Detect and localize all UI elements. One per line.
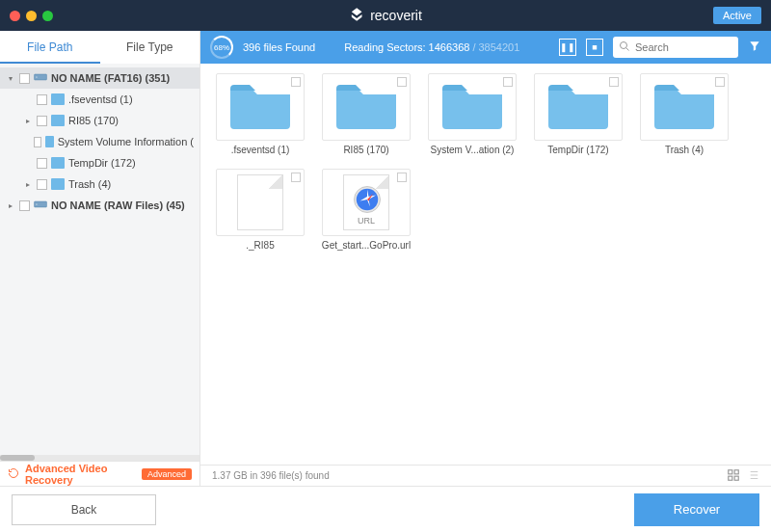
sectors-counter: Reading Sectors: 1466368 / 3854201 [344,41,519,53]
folder-icon [51,178,65,190]
checkbox[interactable] [19,73,30,84]
grid-item-folder[interactable]: Trash (4) [638,73,731,155]
svg-rect-9 [729,476,732,480]
checkbox[interactable] [609,77,619,87]
tree-item[interactable]: .fseventsd (1) [0,89,199,110]
checkbox[interactable] [37,116,47,126]
sectors-total: 3854201 [479,41,520,53]
tree-item[interactable]: ▸ NO NAME (RAW Files) (45) [0,195,199,216]
stop-button[interactable]: ■ [586,39,603,56]
chevron-right-icon[interactable]: ▸ [23,117,33,125]
tree-item[interactable]: System Volume Information ( [0,131,199,152]
folder-icon [51,157,65,169]
checkbox[interactable] [291,173,301,182]
svg-rect-7 [729,469,732,473]
svg-point-3 [36,203,37,204]
checkbox[interactable] [37,158,47,169]
pause-button[interactable]: ❚❚ [559,39,576,56]
brand: recoverit [349,7,422,25]
checkbox[interactable] [715,77,725,87]
svg-rect-10 [734,476,738,480]
content: 68% 396 files Found Reading Sectors: 146… [200,31,771,486]
sectors-label: Reading Sectors: [344,41,425,53]
brand-logo-icon [349,7,364,25]
checkbox[interactable] [19,200,30,211]
folder-icon [546,81,610,133]
tree-item-label: Trash (4) [68,178,111,190]
checkbox[interactable] [37,94,47,105]
svg-point-4 [621,42,627,49]
status-text: 1.37 GB in 396 file(s) found [212,470,330,481]
pause-icon: ❚❚ [560,42,575,52]
folder-icon [228,81,292,133]
titlebar: recoverit Active [0,0,771,31]
sectors-sep: / [472,41,475,53]
tree-item-label: NO NAME (RAW Files) (45) [51,200,185,211]
search-box[interactable] [613,37,738,58]
drive-icon [34,71,47,85]
checkbox[interactable] [37,179,47,190]
active-badge[interactable]: Active [713,7,761,24]
advanced-badge: Advanced [142,468,192,480]
tab-file-type[interactable]: File Type [100,31,200,64]
tab-file-path[interactable]: File Path [0,31,100,64]
tree-item-label: RI85 (170) [68,115,119,126]
checkbox[interactable] [34,137,41,147]
checkbox[interactable] [397,173,407,182]
grid-item-label: System V...ation (2) [426,145,518,155]
advanced-video-recovery[interactable]: Advanced Video Recovery Advanced [0,461,199,486]
files-found-label: 396 files Found [243,41,315,53]
tree-item[interactable]: ▸ RI85 (170) [0,110,199,131]
search-icon [619,40,630,54]
tree-item[interactable]: TempDir (172) [0,152,199,173]
minimize-window-icon[interactable] [26,11,37,21]
grid-view-icon[interactable] [727,468,740,484]
list-view-icon[interactable] [746,468,759,484]
maximize-window-icon[interactable] [42,11,53,21]
grid-item-label: .fseventsd (1) [214,145,306,155]
scrollbar-thumb[interactable] [0,455,35,461]
tree-item[interactable]: ▸ Trash (4) [0,173,199,195]
tree-item-label: TempDir (172) [68,157,136,169]
chevron-right-icon[interactable]: ▸ [6,201,15,210]
grid-item-folder[interactable]: .fseventsd (1) [214,73,306,155]
status-bar: 1.37 GB in 396 file(s) found [200,465,771,486]
checkbox[interactable] [397,77,407,87]
recover-button[interactable]: Recover [634,493,759,526]
checkbox[interactable] [503,77,513,87]
grid-item-label: RI85 (170) [320,145,412,155]
grid-item-folder[interactable]: RI85 (170) [320,73,412,155]
filter-icon[interactable] [748,40,761,55]
scan-toolbar: 68% 396 files Found Reading Sectors: 146… [200,31,771,64]
app-window: recoverit Active File Path File Type ▾ N… [0,0,771,532]
drive-icon [34,199,47,212]
sidebar-h-scrollbar[interactable] [0,455,199,461]
refresh-icon [8,467,19,481]
stop-icon: ■ [592,42,597,52]
back-button[interactable]: Back [12,494,156,525]
window-controls [10,11,53,21]
tree-item[interactable]: ▾ NO NAME (FAT16) (351) [0,67,199,89]
grid-item-file[interactable]: ._RI85 [214,169,306,251]
grid-item-folder[interactable]: System V...ation (2) [426,73,518,155]
folder-icon [652,81,716,133]
folder-icon [45,136,54,147]
grid-item-file[interactable]: URL Get_start...GoPro.url [320,169,412,251]
url-file-icon: URL [343,174,389,230]
tree-item-label: NO NAME (FAT16) (351) [51,72,170,84]
main: File Path File Type ▾ NO NAME (FAT16) (3… [0,31,771,486]
advanced-label: Advanced Video Recovery [25,463,136,486]
chevron-down-icon[interactable]: ▾ [6,74,15,83]
grid-item-folder[interactable]: TempDir (172) [532,73,625,155]
progress-percent: 68% [214,43,229,52]
folder-icon [440,81,504,133]
checkbox[interactable] [291,77,301,87]
close-window-icon[interactable] [10,11,20,21]
sidebar-tabs: File Path File Type [0,31,199,64]
grid-item-label: Get_start...GoPro.url [320,240,412,251]
url-text-label: URL [344,216,388,226]
folder-icon [334,81,398,133]
search-input[interactable] [635,41,732,53]
chevron-right-icon[interactable]: ▸ [23,180,33,189]
progress-ring: 68% [210,36,233,59]
